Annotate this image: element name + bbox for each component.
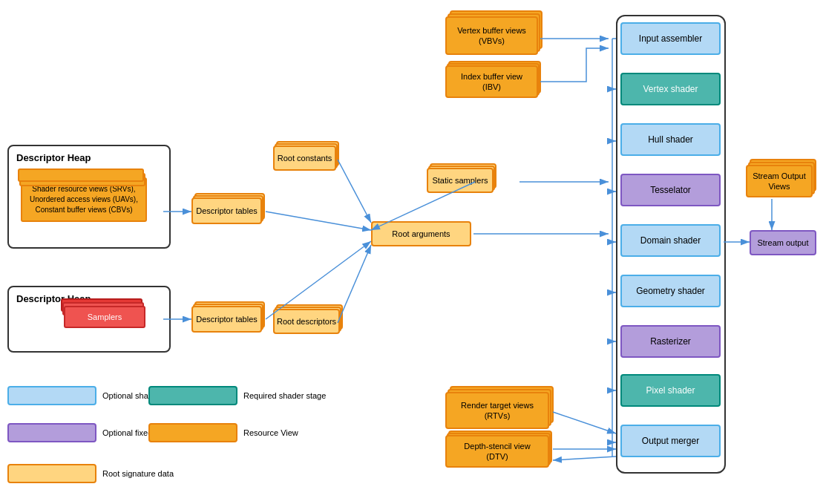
root-descriptors-stack: Root descriptors xyxy=(273,309,340,334)
descriptor-tables-2-label: Descriptor tables xyxy=(196,315,258,324)
descriptor-heap-2: Descriptor Heap Samplers xyxy=(7,286,171,353)
stage-vertex-shader: Vertex shader xyxy=(620,73,721,105)
stage-pixel-shader: Pixel shader xyxy=(620,374,721,407)
svg-line-6 xyxy=(338,160,371,223)
svg-line-23 xyxy=(553,412,616,433)
stage-geometry-shader: Geometry shader xyxy=(620,275,721,307)
legend-required-shader-label: Required shader stage xyxy=(243,391,326,400)
root-descriptors-label: Root descriptors xyxy=(277,317,336,326)
legend-root-signature: Root signature data xyxy=(7,464,174,483)
vbv-stack: Vertex buffer views (VBVs) xyxy=(445,16,538,55)
legend-resource-view: Resource View xyxy=(148,423,298,442)
static-samplers-label: Static samplers xyxy=(432,176,488,185)
descriptor-tables-2-stack: Descriptor tables xyxy=(191,306,262,333)
ibv-label: Index buffer view (IBV) xyxy=(461,71,522,93)
stage-output-merger: Output merger xyxy=(620,425,721,457)
rtv-stack: Render target views (RTVs) xyxy=(445,392,549,429)
root-constants-stack: Root constants xyxy=(273,145,336,171)
stage-domain-shader: Domain shader xyxy=(620,224,721,257)
dtv-label: Depth-stencil view (DTV) xyxy=(464,441,530,462)
samplers-label: Samplers xyxy=(88,312,122,321)
rtv-label: Render target views (RTVs) xyxy=(461,400,534,422)
static-samplers-stack: Static samplers xyxy=(427,168,494,193)
sov-label: Stream Output Views xyxy=(753,171,806,192)
descriptor-heap-1: Descriptor Heap Shader resource views (S… xyxy=(7,145,171,249)
svg-line-25 xyxy=(553,456,616,460)
stage-input-assembler: Input assembler xyxy=(620,22,721,55)
stage-hull-shader: Hull shader xyxy=(620,123,721,156)
stream-output-box: Stream output xyxy=(750,230,816,255)
srv-label: Shader resource views (SRVs), Unordered … xyxy=(30,184,138,215)
root-arguments-label: Root arguments xyxy=(392,229,450,238)
stage-rasterizer: Rasterizer xyxy=(620,325,721,358)
dtv-stack: Depth-stencil view (DTV) xyxy=(445,435,549,468)
descriptor-tables-1-label: Descriptor tables xyxy=(196,206,258,215)
legend-root-signature-label: Root signature data xyxy=(102,469,174,478)
descriptor-heap-1-title: Descriptor Heap xyxy=(16,152,91,164)
root-arguments-box: Root arguments xyxy=(371,221,471,246)
ibv-stack: Index buffer view (IBV) xyxy=(445,65,538,98)
svg-line-3 xyxy=(266,212,371,230)
descriptor-tables-1-stack: Descriptor tables xyxy=(191,197,262,224)
legend-resource-view-label: Resource View xyxy=(243,428,298,437)
legend-required-shader: Required shader stage xyxy=(148,386,326,405)
root-constants-label: Root constants xyxy=(278,154,332,163)
vbv-label: Vertex buffer views (VBVs) xyxy=(457,25,526,47)
diagram-container: Descriptor Heap Shader resource views (S… xyxy=(0,0,826,504)
stage-tesselator: Tesselator xyxy=(620,174,721,206)
sov-stack: Stream Output Views xyxy=(746,165,813,197)
stream-output-label: Stream output xyxy=(757,238,808,247)
